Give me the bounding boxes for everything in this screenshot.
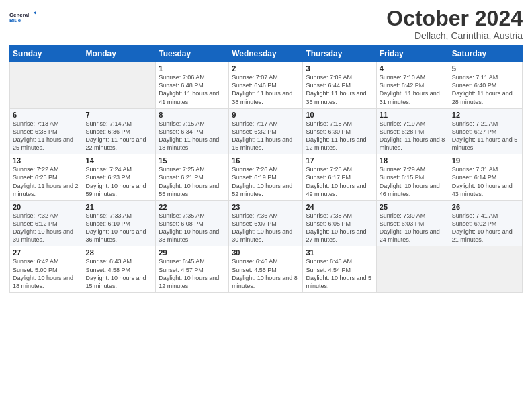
day-info: Sunrise: 7:36 AM Sunset: 6:07 PM Dayligh… <box>232 212 300 244</box>
svg-marker-2 <box>34 11 36 15</box>
calendar-cell: 5Sunrise: 7:11 AM Sunset: 6:40 PM Daylig… <box>449 62 522 109</box>
day-number: 16 <box>232 156 300 165</box>
day-number: 28 <box>86 248 153 257</box>
day-info: Sunrise: 7:41 AM Sunset: 6:02 PM Dayligh… <box>452 212 519 244</box>
calendar-cell: 10Sunrise: 7:18 AM Sunset: 6:30 PM Dayli… <box>303 108 376 154</box>
calendar-cell: 7Sunrise: 7:14 AM Sunset: 6:36 PM Daylig… <box>83 108 156 154</box>
col-thursday: Thursday <box>303 46 376 62</box>
calendar-cell: 14Sunrise: 7:24 AM Sunset: 6:23 PM Dayli… <box>83 154 156 201</box>
day-number: 11 <box>380 111 446 119</box>
day-info: Sunrise: 6:43 AM Sunset: 4:58 PM Dayligh… <box>86 257 153 290</box>
calendar-cell: 9Sunrise: 7:17 AM Sunset: 6:32 PM Daylig… <box>229 108 303 154</box>
header: General Blue October 2024 Dellach, Carin… <box>9 7 523 41</box>
calendar-cell: 17Sunrise: 7:28 AM Sunset: 6:17 PM Dayli… <box>303 154 376 201</box>
day-info: Sunrise: 7:14 AM Sunset: 6:36 PM Dayligh… <box>86 120 153 152</box>
calendar-header-row: Sunday Monday Tuesday Wednesday Thursday… <box>10 46 523 62</box>
calendar-cell: 20Sunrise: 7:32 AM Sunset: 6:12 PM Dayli… <box>10 200 83 246</box>
day-info: Sunrise: 7:15 AM Sunset: 6:34 PM Dayligh… <box>159 120 226 152</box>
day-info: Sunrise: 7:33 AM Sunset: 6:10 PM Dayligh… <box>86 212 153 244</box>
day-number: 10 <box>306 111 373 119</box>
calendar-cell: 13Sunrise: 7:22 AM Sunset: 6:25 PM Dayli… <box>10 154 83 201</box>
day-info: Sunrise: 7:31 AM Sunset: 6:14 PM Dayligh… <box>452 165 519 198</box>
day-info: Sunrise: 7:07 AM Sunset: 6:46 PM Dayligh… <box>232 73 300 106</box>
title-block: October 2024 Dellach, Carinthia, Austria <box>386 7 523 41</box>
calendar-cell <box>83 62 156 109</box>
calendar-cell: 30Sunrise: 6:46 AM Sunset: 4:55 PM Dayli… <box>229 246 303 293</box>
col-monday: Monday <box>83 46 156 62</box>
day-info: Sunrise: 7:18 AM Sunset: 6:30 PM Dayligh… <box>306 120 373 152</box>
calendar-cell: 11Sunrise: 7:19 AM Sunset: 6:28 PM Dayli… <box>376 108 449 154</box>
col-sunday: Sunday <box>10 46 83 62</box>
day-info: Sunrise: 7:17 AM Sunset: 6:32 PM Dayligh… <box>232 120 300 152</box>
col-friday: Friday <box>376 46 449 62</box>
logo: General Blue <box>9 7 38 28</box>
calendar-cell: 12Sunrise: 7:21 AM Sunset: 6:27 PM Dayli… <box>449 108 522 154</box>
day-info: Sunrise: 7:29 AM Sunset: 6:15 PM Dayligh… <box>380 165 446 198</box>
day-number: 14 <box>86 156 153 165</box>
calendar-cell: 15Sunrise: 7:25 AM Sunset: 6:21 PM Dayli… <box>156 154 229 201</box>
day-number: 17 <box>306 156 373 165</box>
calendar-week-row: 1Sunrise: 7:06 AM Sunset: 6:48 PM Daylig… <box>10 62 523 109</box>
day-info: Sunrise: 7:28 AM Sunset: 6:17 PM Dayligh… <box>306 165 373 198</box>
calendar-cell <box>376 246 449 293</box>
day-number: 4 <box>380 64 446 73</box>
calendar-cell <box>10 62 83 109</box>
calendar-cell: 2Sunrise: 7:07 AM Sunset: 6:46 PM Daylig… <box>229 62 303 109</box>
calendar-cell: 31Sunrise: 6:48 AM Sunset: 4:54 PM Dayli… <box>303 246 376 293</box>
day-number: 18 <box>380 156 446 165</box>
day-info: Sunrise: 6:42 AM Sunset: 5:00 PM Dayligh… <box>13 257 80 290</box>
day-number: 1 <box>159 64 226 73</box>
day-number: 24 <box>306 203 373 211</box>
day-info: Sunrise: 6:48 AM Sunset: 4:54 PM Dayligh… <box>306 257 373 290</box>
calendar-cell: 1Sunrise: 7:06 AM Sunset: 6:48 PM Daylig… <box>156 62 229 109</box>
calendar-cell: 29Sunrise: 6:45 AM Sunset: 4:57 PM Dayli… <box>156 246 229 293</box>
calendar-cell: 28Sunrise: 6:43 AM Sunset: 4:58 PM Dayli… <box>83 246 156 293</box>
day-info: Sunrise: 7:24 AM Sunset: 6:23 PM Dayligh… <box>86 165 153 198</box>
day-info: Sunrise: 6:45 AM Sunset: 4:57 PM Dayligh… <box>159 257 226 290</box>
day-info: Sunrise: 7:09 AM Sunset: 6:44 PM Dayligh… <box>306 73 373 106</box>
day-info: Sunrise: 7:22 AM Sunset: 6:25 PM Dayligh… <box>13 165 80 198</box>
calendar-cell: 18Sunrise: 7:29 AM Sunset: 6:15 PM Dayli… <box>376 154 449 201</box>
day-info: Sunrise: 7:19 AM Sunset: 6:28 PM Dayligh… <box>380 120 446 152</box>
day-info: Sunrise: 7:26 AM Sunset: 6:19 PM Dayligh… <box>232 165 300 198</box>
day-info: Sunrise: 7:35 AM Sunset: 6:08 PM Dayligh… <box>159 212 226 244</box>
logo-icon: General Blue <box>9 7 38 28</box>
calendar-cell: 16Sunrise: 7:26 AM Sunset: 6:19 PM Dayli… <box>229 154 303 201</box>
calendar-cell: 19Sunrise: 7:31 AM Sunset: 6:14 PM Dayli… <box>449 154 522 201</box>
day-number: 13 <box>13 156 80 165</box>
calendar-cell: 6Sunrise: 7:13 AM Sunset: 6:38 PM Daylig… <box>10 108 83 154</box>
day-number: 22 <box>159 203 226 211</box>
day-info: Sunrise: 7:39 AM Sunset: 6:03 PM Dayligh… <box>380 212 446 244</box>
col-tuesday: Tuesday <box>156 46 229 62</box>
day-number: 29 <box>159 248 226 257</box>
calendar-table: Sunday Monday Tuesday Wednesday Thursday… <box>9 45 523 293</box>
calendar-cell: 21Sunrise: 7:33 AM Sunset: 6:10 PM Dayli… <box>83 200 156 246</box>
main-container: General Blue October 2024 Dellach, Carin… <box>0 0 532 297</box>
month-title: October 2024 <box>386 7 523 30</box>
day-info: Sunrise: 7:38 AM Sunset: 6:05 PM Dayligh… <box>306 212 373 244</box>
day-info: Sunrise: 6:46 AM Sunset: 4:55 PM Dayligh… <box>232 257 300 290</box>
day-number: 20 <box>13 203 80 211</box>
day-info: Sunrise: 7:10 AM Sunset: 6:42 PM Dayligh… <box>380 73 446 106</box>
day-number: 15 <box>159 156 226 165</box>
calendar-cell: 8Sunrise: 7:15 AM Sunset: 6:34 PM Daylig… <box>156 108 229 154</box>
day-number: 8 <box>159 111 226 119</box>
day-number: 19 <box>452 156 519 165</box>
location: Dellach, Carinthia, Austria <box>386 30 523 41</box>
day-number: 7 <box>86 111 153 119</box>
day-info: Sunrise: 7:25 AM Sunset: 6:21 PM Dayligh… <box>159 165 226 198</box>
day-number: 6 <box>13 111 80 119</box>
calendar-cell: 3Sunrise: 7:09 AM Sunset: 6:44 PM Daylig… <box>303 62 376 109</box>
calendar-cell: 4Sunrise: 7:10 AM Sunset: 6:42 PM Daylig… <box>376 62 449 109</box>
calendar-cell: 27Sunrise: 6:42 AM Sunset: 5:00 PM Dayli… <box>10 246 83 293</box>
day-info: Sunrise: 7:11 AM Sunset: 6:40 PM Dayligh… <box>452 73 519 106</box>
calendar-cell: 26Sunrise: 7:41 AM Sunset: 6:02 PM Dayli… <box>449 200 522 246</box>
calendar-week-row: 20Sunrise: 7:32 AM Sunset: 6:12 PM Dayli… <box>10 200 523 246</box>
calendar-cell: 24Sunrise: 7:38 AM Sunset: 6:05 PM Dayli… <box>303 200 376 246</box>
day-number: 5 <box>452 64 519 73</box>
day-info: Sunrise: 7:06 AM Sunset: 6:48 PM Dayligh… <box>159 73 226 106</box>
day-info: Sunrise: 7:21 AM Sunset: 6:27 PM Dayligh… <box>452 120 519 152</box>
calendar-week-row: 13Sunrise: 7:22 AM Sunset: 6:25 PM Dayli… <box>10 154 523 201</box>
day-number: 12 <box>452 111 519 119</box>
day-number: 26 <box>452 203 519 211</box>
